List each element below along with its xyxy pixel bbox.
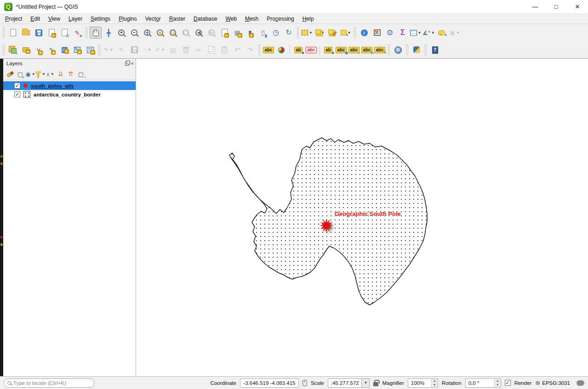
- toolbar-grip[interactable]: [388, 45, 390, 56]
- pan-map-button[interactable]: [90, 27, 102, 39]
- toolbar-grip[interactable]: [354, 27, 356, 38]
- new-3d-map-view-button[interactable]: ▦★: [231, 27, 243, 39]
- zoom-full-button[interactable]: ╋: [141, 27, 153, 39]
- remove-layer-button[interactable]: ▢−: [76, 69, 86, 79]
- menu-view[interactable]: View: [44, 15, 64, 23]
- zoom-next-button[interactable]: ▶: [206, 27, 217, 39]
- menu-plugins[interactable]: Plugins: [114, 15, 141, 23]
- new-spatialite-layer-button[interactable]: ✎★: [46, 44, 57, 56]
- chevron-down-icon[interactable]: ▼: [161, 48, 165, 52]
- chevron-down-icon[interactable]: ▼: [148, 48, 151, 52]
- lock-scale-icon[interactable]: [373, 382, 378, 386]
- maximize-button[interactable]: □: [546, 0, 567, 13]
- identify-features-button[interactable]: i: [358, 27, 370, 39]
- locate-input[interactable]: Type to locate (Ctrl+K): [4, 378, 94, 388]
- highlight-pinned-labels-button[interactable]: abc: [305, 44, 317, 56]
- filter-legend-button[interactable]: ▼: [35, 69, 46, 79]
- layer-visibility-checkbox[interactable]: ✓: [14, 83, 20, 89]
- layer-diagram-options-button[interactable]: [275, 44, 287, 56]
- temporal-controller-button[interactable]: ◷: [270, 27, 282, 39]
- deselect-features-button[interactable]: ⊘▼: [327, 27, 339, 39]
- expand-all-button[interactable]: ⇊: [56, 69, 66, 79]
- menu-settings[interactable]: Settings: [86, 15, 114, 23]
- change-label-button[interactable]: abc✎: [374, 44, 386, 56]
- map-tips-button[interactable]: ●: [436, 27, 448, 39]
- new-temporary-scratch-layer-button[interactable]: ★: [58, 44, 70, 56]
- toggle-editing-button[interactable]: ✎: [115, 44, 127, 56]
- new-spatial-bookmark-button[interactable]: ▮★: [244, 27, 256, 39]
- undo-button[interactable]: ↶: [231, 44, 243, 56]
- new-shapefile-layer-button[interactable]: ⋎★: [33, 44, 45, 56]
- cut-features-button[interactable]: ✂: [193, 44, 205, 56]
- chevron-down-icon[interactable]: ▼: [431, 31, 435, 35]
- chevron-down-icon[interactable]: ▼: [32, 72, 35, 76]
- new-map-view-button[interactable]: ★: [218, 27, 230, 39]
- new-project-button[interactable]: [7, 27, 19, 39]
- move-label-button[interactable]: abc→: [348, 44, 360, 56]
- vertex-tool-button[interactable]: ✐▼: [154, 44, 166, 56]
- show-hide-labels-button[interactable]: abc◉: [335, 44, 347, 56]
- toolbar-grip[interactable]: [86, 27, 87, 38]
- chevron-down-icon[interactable]: ▼: [418, 31, 422, 35]
- select-features-by-value-button[interactable]: ▼: [314, 27, 326, 39]
- open-project-button[interactable]: [20, 27, 32, 39]
- panel-float-button[interactable]: [125, 62, 129, 66]
- toggle-extents-mouse-icon[interactable]: [303, 380, 307, 386]
- select-by-location-button[interactable]: ⌖▼: [340, 27, 352, 39]
- open-attribute-table-button[interactable]: ▼: [410, 27, 422, 39]
- copy-features-button[interactable]: [206, 44, 217, 56]
- messages-bubble-icon[interactable]: [577, 380, 584, 386]
- add-group-button[interactable]: ▢＋: [15, 69, 25, 79]
- menu-database[interactable]: Database: [189, 15, 221, 23]
- pan-to-selection-button[interactable]: ╋: [103, 27, 114, 39]
- left-dock-strip[interactable]: [0, 59, 3, 376]
- show-statistics-button[interactable]: Σ: [397, 27, 409, 39]
- new-geopackage-layer-button[interactable]: ★: [20, 44, 32, 56]
- menu-help[interactable]: Help: [298, 15, 318, 23]
- filter-by-expression-button[interactable]: ε▼: [46, 69, 56, 79]
- crs-status[interactable]: EPSG:3031: [542, 380, 570, 386]
- show-layout-manager-button[interactable]: ⚙: [58, 27, 70, 39]
- toolbar-grip[interactable]: [425, 45, 427, 56]
- chevron-down-icon[interactable]: ▼: [42, 72, 46, 76]
- select-features-button[interactable]: ▼: [301, 27, 313, 39]
- modify-attributes-button[interactable]: ▤: [167, 44, 179, 56]
- chevron-down-icon[interactable]: ▼: [309, 31, 313, 35]
- menu-vector[interactable]: Vector: [141, 15, 165, 23]
- chevron-down-icon[interactable]: ▼: [362, 378, 370, 388]
- magnifier-spinbox[interactable]: 100% ▲▼: [408, 378, 438, 388]
- run-feature-action-button[interactable]: ◉▼: [449, 27, 461, 39]
- zoom-out-button[interactable]: −: [128, 27, 140, 39]
- toolbar-grip[interactable]: [3, 45, 5, 56]
- chevron-down-icon[interactable]: ▼: [109, 48, 113, 52]
- python-console-button[interactable]: [411, 44, 422, 56]
- chevron-down-icon[interactable]: ▼: [456, 31, 460, 35]
- toggle-unplaced-labels-button[interactable]: ab●: [292, 44, 304, 56]
- measure-button[interactable]: ∡°▼: [422, 27, 435, 39]
- menu-layer[interactable]: Layer: [64, 15, 86, 23]
- menu-web[interactable]: Web: [221, 15, 240, 23]
- current-edits-button[interactable]: ✎▼: [103, 44, 114, 56]
- menu-edit[interactable]: Edit: [26, 15, 44, 23]
- menu-raster[interactable]: Raster: [165, 15, 189, 23]
- processing-toolbox-button[interactable]: ⚙: [384, 27, 396, 39]
- close-button[interactable]: ✕: [567, 0, 588, 13]
- digitize-with-segment-button[interactable]: ∴▼: [141, 44, 153, 56]
- menu-project[interactable]: Project: [1, 15, 26, 23]
- data-source-manager-button[interactable]: ＋: [7, 44, 19, 56]
- coordinate-field[interactable]: -3.646.519 -4.083.415: [240, 378, 299, 388]
- panel-close-button[interactable]: ×: [131, 61, 134, 66]
- style-manager-button[interactable]: ✎■: [71, 27, 83, 39]
- collapse-all-button[interactable]: ⇈: [66, 69, 76, 79]
- layer-item-antarctica_country_border[interactable]: ✓antarctica_country_border: [3, 90, 136, 99]
- chevron-down-icon[interactable]: ▼: [321, 31, 325, 35]
- new-print-layout-button[interactable]: ★: [46, 27, 57, 39]
- minimize-button[interactable]: —: [525, 0, 546, 13]
- map-canvas[interactable]: Geographic South Pole: [136, 59, 588, 376]
- chevron-down-icon[interactable]: ▼: [51, 72, 54, 76]
- layer-labeling-options-button[interactable]: abc: [263, 44, 274, 56]
- zoom-to-layer-button[interactable]: ▤: [167, 27, 179, 39]
- save-project-button[interactable]: [33, 27, 45, 39]
- zoom-native-button[interactable]: 1:1: [180, 27, 192, 39]
- help-contents-button[interactable]: ?: [429, 44, 441, 56]
